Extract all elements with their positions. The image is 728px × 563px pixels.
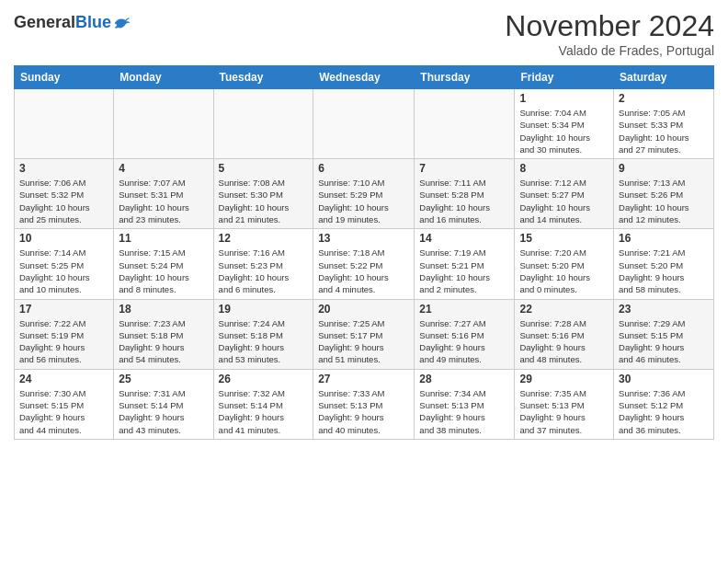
calendar-cell: 14Sunrise: 7:19 AM Sunset: 5:21 PM Dayli… bbox=[415, 229, 515, 299]
day-number: 19 bbox=[219, 303, 309, 316]
calendar-cell bbox=[114, 89, 213, 159]
day-number: 7 bbox=[419, 162, 509, 175]
day-info: Sunrise: 7:35 AM Sunset: 5:13 PM Dayligh… bbox=[519, 387, 609, 436]
day-number: 3 bbox=[19, 162, 108, 175]
calendar-cell: 6Sunrise: 7:10 AM Sunset: 5:29 PM Daylig… bbox=[313, 159, 415, 229]
day-info: Sunrise: 7:34 AM Sunset: 5:13 PM Dayligh… bbox=[419, 387, 509, 436]
day-number: 30 bbox=[619, 373, 709, 385]
day-info: Sunrise: 7:20 AM Sunset: 5:20 PM Dayligh… bbox=[519, 247, 609, 295]
location-subtitle: Valado de Frades, Portugal bbox=[505, 43, 714, 58]
day-info: Sunrise: 7:05 AM Sunset: 5:33 PM Dayligh… bbox=[619, 107, 709, 155]
day-info: Sunrise: 7:19 AM Sunset: 5:21 PM Dayligh… bbox=[419, 247, 509, 295]
month-title: November 2024 bbox=[505, 9, 714, 43]
day-number: 10 bbox=[19, 232, 108, 245]
day-info: Sunrise: 7:12 AM Sunset: 5:27 PM Dayligh… bbox=[519, 177, 609, 225]
calendar-cell: 3Sunrise: 7:06 AM Sunset: 5:32 PM Daylig… bbox=[15, 159, 114, 229]
calendar-cell: 28Sunrise: 7:34 AM Sunset: 5:13 PM Dayli… bbox=[415, 369, 515, 439]
logo-text: GeneralBlue bbox=[14, 13, 131, 32]
calendar-cell: 23Sunrise: 7:29 AM Sunset: 5:15 PM Dayli… bbox=[614, 299, 714, 369]
calendar-cell bbox=[415, 89, 515, 159]
calendar-cell: 12Sunrise: 7:16 AM Sunset: 5:23 PM Dayli… bbox=[213, 229, 313, 299]
day-number: 29 bbox=[519, 373, 609, 385]
weekday-header-thursday: Thursday bbox=[415, 66, 515, 89]
calendar-cell: 1Sunrise: 7:04 AM Sunset: 5:34 PM Daylig… bbox=[515, 89, 614, 159]
day-info: Sunrise: 7:07 AM Sunset: 5:31 PM Dayligh… bbox=[119, 177, 208, 225]
calendar-cell: 24Sunrise: 7:30 AM Sunset: 5:15 PM Dayli… bbox=[15, 369, 114, 439]
day-number: 22 bbox=[519, 303, 609, 316]
day-number: 4 bbox=[119, 162, 208, 175]
day-info: Sunrise: 7:13 AM Sunset: 5:26 PM Dayligh… bbox=[619, 177, 709, 225]
day-number: 24 bbox=[19, 373, 108, 385]
calendar-week-row: 17Sunrise: 7:22 AM Sunset: 5:19 PM Dayli… bbox=[15, 299, 714, 369]
calendar-cell: 30Sunrise: 7:36 AM Sunset: 5:12 PM Dayli… bbox=[614, 369, 714, 439]
calendar-cell bbox=[15, 89, 114, 159]
calendar-cell: 11Sunrise: 7:15 AM Sunset: 5:24 PM Dayli… bbox=[114, 229, 213, 299]
day-info: Sunrise: 7:36 AM Sunset: 5:12 PM Dayligh… bbox=[619, 387, 709, 436]
day-number: 21 bbox=[419, 303, 509, 316]
calendar-cell: 26Sunrise: 7:32 AM Sunset: 5:14 PM Dayli… bbox=[213, 369, 313, 439]
day-info: Sunrise: 7:29 AM Sunset: 5:15 PM Dayligh… bbox=[619, 317, 709, 366]
calendar-cell bbox=[213, 89, 313, 159]
calendar-cell: 8Sunrise: 7:12 AM Sunset: 5:27 PM Daylig… bbox=[515, 159, 614, 229]
calendar-cell: 25Sunrise: 7:31 AM Sunset: 5:14 PM Dayli… bbox=[114, 369, 213, 439]
day-number: 15 bbox=[519, 232, 609, 245]
calendar-header-row: SundayMondayTuesdayWednesdayThursdayFrid… bbox=[15, 66, 714, 89]
day-info: Sunrise: 7:24 AM Sunset: 5:18 PM Dayligh… bbox=[219, 317, 309, 366]
day-number: 25 bbox=[119, 373, 208, 385]
day-info: Sunrise: 7:23 AM Sunset: 5:18 PM Dayligh… bbox=[119, 317, 208, 366]
calendar-cell: 17Sunrise: 7:22 AM Sunset: 5:19 PM Dayli… bbox=[15, 299, 114, 369]
calendar-cell: 19Sunrise: 7:24 AM Sunset: 5:18 PM Dayli… bbox=[213, 299, 313, 369]
day-number: 1 bbox=[519, 92, 609, 105]
calendar-cell: 22Sunrise: 7:28 AM Sunset: 5:16 PM Dayli… bbox=[515, 299, 614, 369]
logo: GeneralBlue bbox=[14, 9, 131, 32]
day-number: 23 bbox=[619, 303, 709, 316]
calendar-cell: 13Sunrise: 7:18 AM Sunset: 5:22 PM Dayli… bbox=[313, 229, 415, 299]
page: GeneralBlue November 2024 Valado de Frad… bbox=[0, 0, 728, 454]
weekday-header-sunday: Sunday bbox=[15, 66, 114, 89]
day-number: 9 bbox=[619, 162, 709, 175]
day-number: 17 bbox=[19, 303, 108, 316]
day-info: Sunrise: 7:30 AM Sunset: 5:15 PM Dayligh… bbox=[19, 387, 108, 436]
calendar-week-row: 10Sunrise: 7:14 AM Sunset: 5:25 PM Dayli… bbox=[15, 229, 714, 299]
day-number: 28 bbox=[419, 373, 509, 385]
day-info: Sunrise: 7:31 AM Sunset: 5:14 PM Dayligh… bbox=[119, 387, 208, 436]
day-number: 8 bbox=[519, 162, 609, 175]
calendar-cell: 7Sunrise: 7:11 AM Sunset: 5:28 PM Daylig… bbox=[415, 159, 515, 229]
day-number: 26 bbox=[219, 373, 309, 385]
day-number: 11 bbox=[119, 232, 208, 245]
day-info: Sunrise: 7:33 AM Sunset: 5:13 PM Dayligh… bbox=[318, 387, 409, 436]
day-number: 13 bbox=[318, 232, 409, 245]
logo-bird-icon bbox=[113, 15, 131, 31]
calendar-cell: 16Sunrise: 7:21 AM Sunset: 5:20 PM Dayli… bbox=[614, 229, 714, 299]
calendar-cell: 15Sunrise: 7:20 AM Sunset: 5:20 PM Dayli… bbox=[515, 229, 614, 299]
day-info: Sunrise: 7:08 AM Sunset: 5:30 PM Dayligh… bbox=[219, 177, 309, 225]
calendar-cell: 21Sunrise: 7:27 AM Sunset: 5:16 PM Dayli… bbox=[415, 299, 515, 369]
calendar-cell: 2Sunrise: 7:05 AM Sunset: 5:33 PM Daylig… bbox=[614, 89, 714, 159]
weekday-header-tuesday: Tuesday bbox=[213, 66, 313, 89]
day-info: Sunrise: 7:21 AM Sunset: 5:20 PM Dayligh… bbox=[619, 247, 709, 295]
day-info: Sunrise: 7:25 AM Sunset: 5:17 PM Dayligh… bbox=[318, 317, 409, 366]
header: GeneralBlue November 2024 Valado de Frad… bbox=[14, 9, 714, 58]
day-info: Sunrise: 7:27 AM Sunset: 5:16 PM Dayligh… bbox=[419, 317, 509, 366]
calendar-cell: 5Sunrise: 7:08 AM Sunset: 5:30 PM Daylig… bbox=[213, 159, 313, 229]
day-number: 5 bbox=[219, 162, 309, 175]
day-number: 18 bbox=[119, 303, 208, 316]
day-info: Sunrise: 7:28 AM Sunset: 5:16 PM Dayligh… bbox=[519, 317, 609, 366]
calendar-cell: 9Sunrise: 7:13 AM Sunset: 5:26 PM Daylig… bbox=[614, 159, 714, 229]
day-number: 14 bbox=[419, 232, 509, 245]
day-number: 6 bbox=[318, 162, 409, 175]
calendar-cell: 20Sunrise: 7:25 AM Sunset: 5:17 PM Dayli… bbox=[313, 299, 415, 369]
day-info: Sunrise: 7:14 AM Sunset: 5:25 PM Dayligh… bbox=[19, 247, 108, 295]
calendar-cell: 29Sunrise: 7:35 AM Sunset: 5:13 PM Dayli… bbox=[515, 369, 614, 439]
calendar-week-row: 3Sunrise: 7:06 AM Sunset: 5:32 PM Daylig… bbox=[15, 159, 714, 229]
calendar-week-row: 1Sunrise: 7:04 AM Sunset: 5:34 PM Daylig… bbox=[15, 89, 714, 159]
day-info: Sunrise: 7:32 AM Sunset: 5:14 PM Dayligh… bbox=[219, 387, 309, 436]
calendar-table: SundayMondayTuesdayWednesdayThursdayFrid… bbox=[14, 65, 714, 440]
day-info: Sunrise: 7:11 AM Sunset: 5:28 PM Dayligh… bbox=[419, 177, 509, 225]
day-number: 2 bbox=[619, 92, 709, 105]
weekday-header-monday: Monday bbox=[114, 66, 213, 89]
day-info: Sunrise: 7:15 AM Sunset: 5:24 PM Dayligh… bbox=[119, 247, 208, 295]
calendar-cell: 18Sunrise: 7:23 AM Sunset: 5:18 PM Dayli… bbox=[114, 299, 213, 369]
weekday-header-friday: Friday bbox=[515, 66, 614, 89]
day-info: Sunrise: 7:04 AM Sunset: 5:34 PM Dayligh… bbox=[519, 107, 609, 155]
